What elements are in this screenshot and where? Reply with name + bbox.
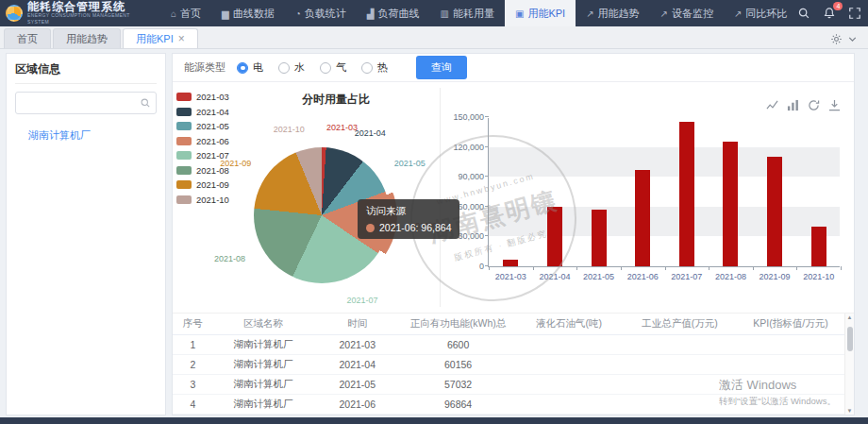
tooltip-series-dot <box>366 224 375 232</box>
table-row[interactable]: 5湖南计算机厂2021-07145154 <box>173 415 844 416</box>
bar-2021-08[interactable] <box>723 142 738 266</box>
scroll-down-icon[interactable]: ▼ <box>845 408 854 414</box>
x-axis-tick <box>489 266 490 270</box>
kpi-bar-chart: KPI分析图 030,00060,00090,000120,000150,000… <box>441 82 854 313</box>
search-icon <box>140 97 151 109</box>
table-row[interactable]: 3湖南计算机厂2021-0557032 <box>173 375 844 395</box>
table-row[interactable]: 4湖南计算机厂2021-0696864 <box>173 395 844 415</box>
table-column-header: KPI(指标值/万元) <box>737 314 844 335</box>
refresh-icon[interactable] <box>808 99 820 111</box>
y-axis-tick <box>485 206 489 207</box>
table-cell: 湖南计算机厂 <box>213 415 314 416</box>
bar-plot[interactable]: 030,00060,00090,000120,000150,0002021-03… <box>488 118 840 267</box>
table-row[interactable]: 2湖南计算机厂2021-0460156 <box>173 355 844 375</box>
pie-label: 2021-07 <box>346 296 377 305</box>
table-cell: 2021-06 <box>314 395 402 415</box>
radio-label: 气 <box>336 60 346 75</box>
fullscreen-icon[interactable] <box>848 7 861 20</box>
tree-node-湖南计算机厂[interactable]: 湖南计算机厂 <box>15 126 157 145</box>
app-logo[interactable]: 能耗综合管理系统 ENERGY CONSUMPTION MANAGEMENT S… <box>0 0 160 26</box>
table-cell: 3 <box>173 375 213 395</box>
tab-label: 用能趋势 <box>66 32 108 46</box>
table-cell <box>515 395 623 415</box>
radio-circle-icon <box>278 62 290 74</box>
menu-item-曲线数据[interactable]: ▆曲线数据 <box>211 0 285 26</box>
table-cell: 2021-05 <box>314 375 402 395</box>
radio-热[interactable]: 热 <box>361 60 388 75</box>
bar-2021-10[interactable] <box>811 227 826 266</box>
table-column-header: 区域名称 <box>213 314 314 335</box>
radio-电[interactable]: 电 <box>237 60 263 75</box>
tab-首页[interactable]: 首页 <box>4 28 51 48</box>
y-axis-label: 150,000 <box>453 112 484 122</box>
app-subtitle: ENERGY CONSUMPTION MANAGEMENT SYSTEM <box>27 12 151 25</box>
table-row[interactable]: 1湖南计算机厂2021-036600 <box>173 335 844 355</box>
table-cell: 2021-03 <box>314 335 402 355</box>
radio-circle-icon <box>320 62 331 74</box>
tab-用能KPI[interactable]: 用能KPI× <box>123 28 198 48</box>
table-cell: 145154 <box>401 415 515 416</box>
bar-2021-05[interactable] <box>592 210 607 266</box>
radio-气[interactable]: 气 <box>320 60 346 75</box>
region-search-input[interactable] <box>15 92 157 114</box>
energy-type-label: 能源类型 <box>184 60 225 75</box>
chevron-down-icon[interactable] <box>846 33 859 45</box>
table-cell <box>623 415 737 416</box>
bar-2021-06[interactable] <box>635 170 650 266</box>
menu-item-用能趋势[interactable]: ↗用能趋势 <box>576 0 649 26</box>
bar-2021-09[interactable] <box>767 157 782 266</box>
tab-options[interactable] <box>830 33 868 48</box>
x-axis-tick <box>621 266 622 270</box>
bar-chart-icon[interactable] <box>787 99 799 111</box>
app-title: 能耗综合管理系统 <box>27 1 151 12</box>
tab-用能趋势[interactable]: 用能趋势 <box>53 28 121 48</box>
gear-icon[interactable] <box>830 33 843 45</box>
radio-水[interactable]: 水 <box>278 60 305 75</box>
menu-item-能耗用量[interactable]: ▥能耗用量 <box>430 0 505 26</box>
nav-tool-icons: 4A <box>797 7 868 20</box>
x-axis-label: 2021-07 <box>671 272 702 281</box>
kpi-icon: ▣ <box>515 8 524 19</box>
x-axis-tick <box>709 266 709 270</box>
download-icon[interactable] <box>828 99 841 111</box>
menu-item-负载统计[interactable]: ◔负载统计 <box>285 0 357 26</box>
menu-item-负荷曲线[interactable]: ▟负荷曲线 <box>357 0 430 26</box>
scroll-up-icon[interactable]: ▲ <box>845 314 854 320</box>
query-button[interactable]: 查询 <box>416 56 467 79</box>
table-scrollbar[interactable]: ▲ ▼ <box>844 314 854 415</box>
radio-circle-icon <box>237 62 248 74</box>
y-axis-tick <box>485 235 489 236</box>
x-axis-tick <box>753 266 754 270</box>
logo-icon <box>6 5 23 22</box>
line-chart-icon[interactable] <box>766 99 778 111</box>
table-cell <box>515 415 623 416</box>
scroll-thumb[interactable] <box>847 327 853 351</box>
load-curve-icon: ▟ <box>367 8 375 19</box>
menu-item-用能KPI[interactable]: ▣用能KPI <box>505 0 576 26</box>
nav-tools: 4A 你好 湖南计算机厂 <box>797 0 868 26</box>
bar-2021-04[interactable] <box>547 207 562 266</box>
menu-item-label: 同比环比 <box>745 7 787 21</box>
y-axis-tick <box>485 116 489 117</box>
table-cell: 6600 <box>401 335 515 355</box>
menu-item-label: 首页 <box>180 7 201 21</box>
radio-label: 热 <box>377 60 388 75</box>
x-axis-label: 2021-08 <box>715 272 746 281</box>
table-cell: 60156 <box>401 355 515 375</box>
bar-2021-07[interactable] <box>679 122 694 266</box>
bar-2021-03[interactable] <box>503 260 518 266</box>
menu-item-同比环比[interactable]: ↗同比环比 <box>724 0 797 26</box>
tab-close-icon[interactable]: × <box>178 33 185 44</box>
table-cell <box>623 335 737 355</box>
radio-label: 水 <box>294 60 305 75</box>
kpi-table-wrap: 序号区域名称时间正向有功电能(kWh)总液化石油气(吨)工业总产值(万元)KPI… <box>173 313 854 415</box>
table-column-header: 工业总产值(万元) <box>623 314 737 335</box>
search-icon[interactable] <box>797 7 810 20</box>
x-axis-label: 2021-04 <box>539 272 570 281</box>
x-axis-label: 2021-09 <box>760 272 791 281</box>
menu-item-首页[interactable]: ⌂首页 <box>160 0 211 26</box>
region-sidebar: 区域信息 湖南计算机厂 <box>6 53 166 416</box>
notification-bell-icon[interactable]: 4 <box>823 7 836 20</box>
menu-item-设备监控[interactable]: ↗设备监控 <box>650 0 724 26</box>
x-axis-tick <box>533 266 534 270</box>
